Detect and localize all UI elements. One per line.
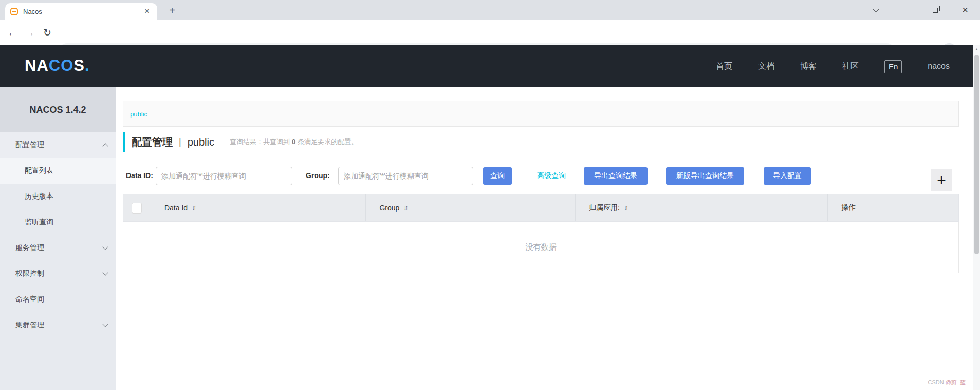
window-controls: × <box>861 0 980 20</box>
column-header-data-id[interactable]: Data Id ↓↑ <box>151 194 365 221</box>
nav-home-link[interactable]: 首页 <box>716 61 732 72</box>
nacos-logo[interactable]: NACOS. <box>25 57 90 75</box>
sidebar-item-config-management[interactable]: 配置管理 <box>0 132 116 158</box>
sidebar-item-listening-query[interactable]: 监听查询 <box>0 209 116 235</box>
chevron-down-icon <box>102 244 108 250</box>
sidebar-version-label: NACOS 1.4.2 <box>0 87 116 132</box>
data-id-label: Data ID: <box>126 171 153 180</box>
browser-url-bar: ← → ↻ i localhost:8848/nacos/#/configura… <box>0 20 980 45</box>
search-form: Data ID: Group: 查询 高级查询 导出查询结果 新版导出查询结果 … <box>116 166 980 190</box>
select-all-cell <box>123 194 151 221</box>
select-all-checkbox[interactable] <box>132 203 142 214</box>
nav-community-link[interactable]: 社区 <box>842 61 859 72</box>
export-results-new-button[interactable]: 新版导出查询结果 <box>666 167 744 185</box>
query-button[interactable]: 查询 <box>483 167 512 185</box>
main-content: public 配置管理 | public 查询结果：共查询到0条满足要求的配置。… <box>116 87 980 390</box>
nacos-header: NACOS. 首页 文档 博客 社区 En nacos <box>0 45 980 87</box>
config-table: Data Id ↓↑ Group ↓↑ 归属应用: ↓↑ 操作 没有数据 <box>123 194 959 273</box>
query-result-summary: 查询结果：共查询到0条满足要求的配置。 <box>230 137 358 147</box>
new-tab-button[interactable]: + <box>165 4 179 17</box>
minimize-button[interactable] <box>891 0 920 20</box>
namespace-bar: public <box>123 101 959 127</box>
reload-icon[interactable]: ↻ <box>40 26 54 40</box>
scroll-up-arrow-icon[interactable]: ▲ <box>973 47 980 51</box>
export-results-button[interactable]: 导出查询结果 <box>584 167 648 185</box>
sidebar-item-service-management[interactable]: 服务管理 <box>0 235 116 261</box>
title-separator: | <box>179 137 181 148</box>
chevron-down-icon <box>102 321 108 327</box>
chevron-down-icon <box>102 270 108 275</box>
nacos-favicon-icon <box>10 8 18 15</box>
watermark: CSDN @蔚_蓝 <box>928 379 966 386</box>
sidebar-item-permission-control[interactable]: 权限控制 <box>0 261 116 287</box>
data-id-input[interactable] <box>156 167 292 185</box>
close-window-button[interactable]: × <box>950 0 980 20</box>
group-input[interactable] <box>338 167 473 185</box>
language-toggle-button[interactable]: En <box>884 60 902 73</box>
sidebar-item-namespace[interactable]: 命名空间 <box>0 287 116 312</box>
nav-blog-link[interactable]: 博客 <box>800 61 817 72</box>
column-header-application[interactable]: 归属应用: ↓↑ <box>575 194 827 221</box>
namespace-tab-public[interactable]: public <box>130 110 147 118</box>
tab-title: Nacos <box>23 8 142 15</box>
sidebar-item-cluster-management[interactable]: 集群管理 <box>0 312 116 338</box>
back-icon[interactable]: ← <box>5 26 20 40</box>
result-count: 0 <box>292 138 295 146</box>
chevron-up-icon <box>102 143 108 149</box>
forward-icon[interactable]: → <box>23 26 37 40</box>
sort-icon: ↓↑ <box>403 204 406 211</box>
advanced-query-link[interactable]: 高级查询 <box>537 171 566 181</box>
column-header-group[interactable]: Group ↓↑ <box>365 194 575 221</box>
import-config-button[interactable]: 导入配置 <box>764 167 811 185</box>
sort-icon: ↓↑ <box>624 204 627 211</box>
restore-button[interactable] <box>920 0 950 20</box>
nav-docs-link[interactable]: 文档 <box>758 61 774 72</box>
sidebar: NACOS 1.4.2 配置管理 配置列表 历史版本 监听查询 服务管理 权限控… <box>0 87 116 390</box>
nacos-top-nav: 首页 文档 博客 社区 En nacos <box>716 45 950 87</box>
sort-icon: ↓↑ <box>192 204 195 211</box>
tab-close-icon[interactable]: × <box>142 7 152 17</box>
group-label: Group: <box>306 171 330 180</box>
sidebar-item-config-list[interactable]: 配置列表 <box>0 158 116 184</box>
table-header-row: Data Id ↓↑ Group ↓↑ 归属应用: ↓↑ 操作 <box>123 194 959 222</box>
browser-tab-bar: Nacos × + × <box>0 0 980 20</box>
scrollbar-thumb[interactable] <box>974 55 979 254</box>
tab-search-chevron-icon[interactable] <box>861 0 891 20</box>
browser-window: Nacos × + × ← → ↻ i localhost:8848/nacos… <box>0 0 980 390</box>
add-config-button[interactable]: + <box>931 169 952 191</box>
title-namespace: public <box>188 136 214 148</box>
empty-state-text: 没有数据 <box>526 242 557 252</box>
page-title: 配置管理 <box>132 135 173 149</box>
table-empty-body: 没有数据 <box>123 222 959 273</box>
page-heading: 配置管理 | public 查询结果：共查询到0条满足要求的配置。 <box>123 132 358 152</box>
sidebar-item-history-versions[interactable]: 历史版本 <box>0 184 116 209</box>
page-scrollbar[interactable]: ▲ <box>973 45 980 390</box>
browser-tab-nacos[interactable]: Nacos × <box>5 3 157 20</box>
column-header-operations: 操作 <box>827 194 958 221</box>
current-user[interactable]: nacos <box>928 62 950 71</box>
